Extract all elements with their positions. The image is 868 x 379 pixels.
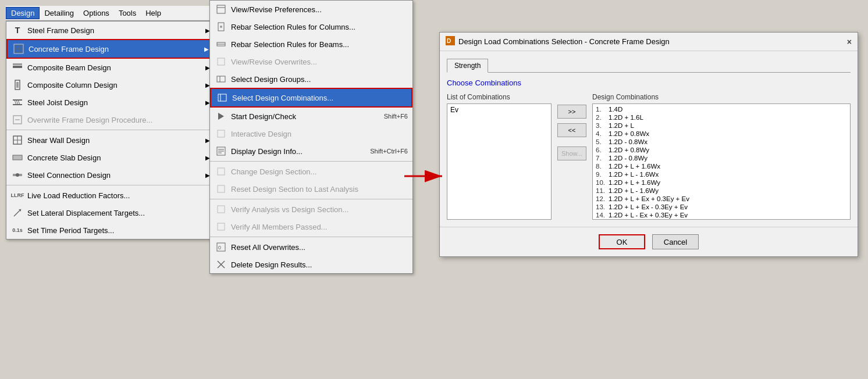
submenu-item-start-design[interactable]: Start Design/Check Shift+F6 <box>210 108 412 125</box>
rebar-beams-icon <box>215 38 227 51</box>
submenu-item-interactive-design: Interactive Design <box>210 125 412 142</box>
concrete-slab-icon <box>11 151 24 164</box>
list-item-ev[interactable]: Ev <box>449 105 550 115</box>
menu-design[interactable]: Design <box>6 7 40 19</box>
overwrite-frame-label: Overwrite Frame Design Procedure... <box>27 116 210 124</box>
list-of-combos-list[interactable]: Ev <box>447 103 552 220</box>
svg-rect-24 <box>217 5 225 13</box>
submenu-item-design-combos[interactable]: Select Design Combinations... <box>210 88 412 108</box>
interactive-design-icon <box>215 127 227 140</box>
design-combo-item[interactable]: 2.1.2D + 1.6L <box>594 113 849 121</box>
composite-column-icon <box>11 78 24 91</box>
submenu-item-reset-section: Reset Design Section to Last Analysis <box>210 180 412 198</box>
design-combo-item[interactable]: 10.1.2D + L + 1.6Wy <box>594 178 849 187</box>
design-combo-item[interactable]: 12.1.2D + L + Ex + 0.3Ey + Ev <box>594 195 849 203</box>
shear-wall-icon <box>11 134 24 146</box>
design-combo-item[interactable]: 1.1.4D <box>594 105 849 113</box>
separator-5 <box>210 237 412 237</box>
reset-section-label: Reset Design Section to Last Analysis <box>231 185 408 194</box>
verify-analysis-icon <box>215 203 227 216</box>
live-load-icon: LLRF <box>11 189 24 202</box>
design-combo-item[interactable]: 14.1.2D + L - Ex + 0.3Ey + Ev <box>594 211 849 219</box>
arrow-right-button[interactable]: >> <box>557 105 586 119</box>
menu-item-composite-beam[interactable]: Composite Beam Design ▶ <box>6 59 215 76</box>
start-design-label: Start Design/Check <box>231 112 384 121</box>
svg-marker-35 <box>218 113 224 120</box>
separator-3 <box>210 161 412 162</box>
menu-item-steel-joist[interactable]: Steel Joist Design ▶ <box>6 94 215 111</box>
separator-2 <box>6 185 215 185</box>
svg-rect-42 <box>218 185 225 192</box>
composite-beam-icon <box>11 61 24 74</box>
submenu-item-view-prefs[interactable]: View/Revise Preferences... <box>210 1 412 18</box>
overwrite-frame-icon <box>11 113 24 126</box>
menu-item-concrete-slab[interactable]: Concrete Slab Design ▶ <box>6 149 215 166</box>
svg-rect-36 <box>218 130 225 137</box>
cancel-button[interactable]: Cancel <box>652 234 699 249</box>
design-combo-item[interactable]: 13.1.2D + L + Ex - 0.3Ey + Ev <box>594 203 849 211</box>
menu-options[interactable]: Options <box>79 8 114 19</box>
menu-tools[interactable]: Tools <box>114 8 141 19</box>
rebar-cols-icon <box>215 20 227 33</box>
design-combo-item[interactable]: 6.1.2D + 0.8Wy <box>594 146 849 154</box>
tab-strength[interactable]: Strength <box>447 59 488 73</box>
design-combo-item[interactable]: 9.1.2D + L - 1.6Wx <box>594 170 849 178</box>
ok-button[interactable]: OK <box>599 234 645 249</box>
submenu-item-delete-results[interactable]: Delete Design Results... <box>210 256 412 273</box>
reset-section-icon <box>215 183 227 195</box>
submenu-item-verify-members: Verify All Members Passed... <box>210 218 412 235</box>
dialog: D Design Load Combinations Selection - C… <box>439 32 858 257</box>
menu-item-lateral-disp[interactable]: Set Lateral Displacement Targets... <box>6 204 215 221</box>
submenu-item-rebar-cols[interactable]: Rebar Selection Rules for Columns... <box>210 18 412 35</box>
svg-rect-43 <box>218 206 225 213</box>
submenu-item-rebar-beams[interactable]: Rebar Selection Rules for Beams... <box>210 35 412 53</box>
design-combo-item[interactable]: 5.1.2D - 0.8Wx <box>594 138 849 146</box>
menu-help[interactable]: Help <box>141 8 166 19</box>
svg-text:0: 0 <box>218 245 221 251</box>
svg-rect-31 <box>217 76 225 82</box>
submenu-item-change-section: Change Design Section... <box>210 163 412 180</box>
combinations-area: List of Combinations Ev >> << Show... De… <box>447 93 851 220</box>
design-combo-item[interactable]: 3.1.2D + L <box>594 121 849 130</box>
start-design-shortcut: Shift+F6 <box>384 113 408 120</box>
arrow-left-button[interactable]: << <box>557 123 586 137</box>
view-prefs-icon <box>215 3 227 16</box>
menu-item-steel-connection[interactable]: Steel Connection Design ▶ <box>6 166 215 184</box>
steel-joist-icon <box>11 96 24 109</box>
show-button[interactable]: Show... <box>557 146 586 160</box>
design-combos-section: Design Combinations 1.1.4D2.1.2D + 1.6L3… <box>592 93 851 220</box>
submenu: View/Revise Preferences... Rebar Selecti… <box>209 0 413 274</box>
submenu-item-reset-overwrites[interactable]: 0 Reset All Overwrites... <box>210 238 412 256</box>
dialog-content: Strength Choose Combinations List of Com… <box>440 51 858 227</box>
design-combo-item[interactable]: 7.1.2D - 0.8Wy <box>594 154 849 162</box>
menu-item-concrete-frame[interactable]: Concrete Frame Design ▶ <box>6 39 215 59</box>
delete-results-icon <box>215 258 227 271</box>
design-combo-item[interactable]: 11.1.2D + L - 1.6Wy <box>594 187 849 195</box>
svg-point-21 <box>16 173 19 177</box>
steel-frame-label: Steel Frame Design <box>27 26 205 35</box>
design-combos-list[interactable]: 1.1.4D2.1.2D + 1.6L3.1.2D + L4.1.2D + 0.… <box>592 103 851 220</box>
design-combo-item[interactable]: 4.1.2D + 0.8Wx <box>594 130 849 138</box>
design-combo-item[interactable]: 8.1.2D + L + 1.6Wx <box>594 162 849 170</box>
menu-item-shear-wall[interactable]: Shear Wall Design ▶ <box>6 131 215 149</box>
interactive-design-label: Interactive Design <box>231 130 408 138</box>
dialog-title: D Design Load Combinations Selection - C… <box>446 36 670 47</box>
menu-item-composite-column[interactable]: Composite Column Design ▶ <box>6 76 215 94</box>
svg-point-27 <box>220 26 222 28</box>
menu-item-live-load[interactable]: LLRF Live Load Reduction Factors... <box>6 187 215 204</box>
time-period-icon: 0.1s <box>11 224 24 237</box>
concrete-frame-icon <box>12 42 25 55</box>
submenu-item-design-groups[interactable]: Select Design Groups... <box>210 70 412 88</box>
display-info-label: Display Design Info... <box>231 147 370 156</box>
separator-1 <box>6 130 215 130</box>
menu-detailing[interactable]: Detailing <box>40 8 79 19</box>
concrete-slab-label: Concrete Slab Design <box>27 153 205 162</box>
dialog-close-button[interactable]: × <box>847 37 852 47</box>
menu-item-steel-frame[interactable]: T Steel Frame Design ▶ <box>6 22 215 39</box>
svg-rect-18 <box>13 155 22 160</box>
menu-item-overwrite-frame: Overwrite Frame Design Procedure... <box>6 111 215 128</box>
submenu-item-display-info[interactable]: Display Design Info... Shift+Ctrl+F6 <box>210 142 412 160</box>
menu-item-time-period[interactable]: 0.1s Set Time Period Targets... <box>6 221 215 239</box>
svg-rect-33 <box>218 94 226 101</box>
red-arrow <box>404 167 451 185</box>
